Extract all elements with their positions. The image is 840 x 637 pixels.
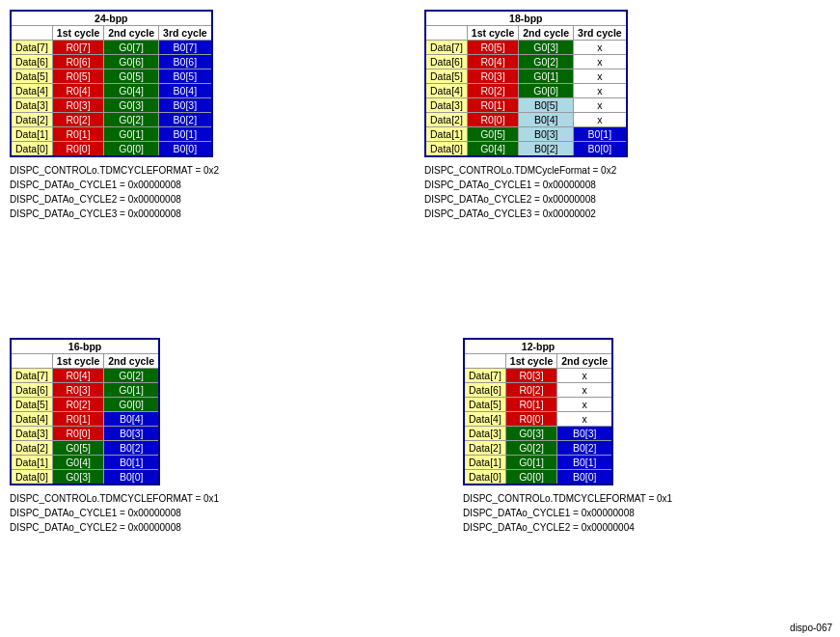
col-3rd-24bpp: 3rd cycle (159, 26, 212, 41)
table-row: Data[7] R0[7] G0[7] B0[7] (11, 41, 212, 55)
table-row: Data[7] R0[3] x (464, 369, 612, 383)
table-row: Data[0] G0[0] B0[0] (464, 470, 612, 485)
table-row: Data[1] G0[1] B0[1] (464, 456, 612, 470)
code-24bpp: DISPC_CONTROLo.TDMCYCLEFORMAT = 0x2 DISP… (10, 163, 219, 221)
table-row: Data[3] R0[0] B0[3] (11, 427, 159, 441)
table-18bpp-title: 18-bpp (425, 11, 627, 26)
table-row: Data[4] R0[2] G0[0] x (425, 84, 627, 98)
table-row: Data[0] G0[3] B0[0] (11, 470, 159, 485)
col-label-24bpp (11, 26, 52, 41)
table-row: Data[6] R0[3] G0[1] (11, 383, 159, 398)
table-16bpp: 16-bpp 1st cycle 2nd cycle Data[7] R0[4]… (10, 338, 160, 485)
table-18bpp: 18-bpp 1st cycle 2nd cycle 3rd cycle Dat… (424, 10, 628, 157)
table-row: Data[1] G0[4] B0[1] (11, 456, 159, 470)
table-row: Data[6] R0[2] x (464, 383, 612, 398)
quadrant-24bpp: 24-bpp 1st cycle 2nd cycle 3rd cycle Dat… (10, 10, 219, 221)
footer-label: dispo-067 (790, 623, 832, 633)
table-row: Data[5] R0[1] x (464, 398, 612, 412)
table-24bpp-title: 24-bpp (11, 11, 212, 26)
table-row: Data[1] G0[5] B0[3] B0[1] (425, 127, 627, 142)
table-row: Data[7] R0[4] G0[2] (11, 369, 159, 383)
page-container: 24-bpp 1st cycle 2nd cycle 3rd cycle Dat… (0, 0, 840, 637)
table-row: Data[2] G0[5] B0[2] (11, 441, 159, 456)
table-row: Data[2] R0[0] B0[4] x (425, 113, 627, 127)
table-12bpp-title: 12-bpp (464, 339, 612, 354)
table-row: Data[1] R0[1] G0[1] B0[1] (11, 127, 212, 142)
quadrant-16bpp: 16-bpp 1st cycle 2nd cycle Data[7] R0[4]… (10, 338, 219, 535)
table-row: Data[6] R0[6] G0[6] B0[6] (11, 55, 212, 69)
table-row: Data[0] G0[4] B0[2] B0[0] (425, 142, 627, 157)
col-2nd-24bpp: 2nd cycle (104, 26, 159, 41)
quadrant-18bpp: 18-bpp 1st cycle 2nd cycle 3rd cycle Dat… (424, 10, 628, 221)
table-row: Data[7] R0[5] G0[3] x (425, 41, 627, 55)
table-row: Data[3] R0[1] B0[5] x (425, 98, 627, 113)
table-row: Data[2] G0[2] B0[2] (464, 441, 612, 456)
table-row: Data[4] R0[0] x (464, 412, 612, 427)
table-row: Data[5] R0[2] G0[0] (11, 398, 159, 412)
table-row: Data[5] R0[3] G0[1] x (425, 69, 627, 84)
table-row: Data[0] R0[0] G0[0] B0[0] (11, 142, 212, 157)
table-row: Data[3] R0[3] G0[3] B0[3] (11, 98, 212, 113)
table-row: Data[5] R0[5] G0[5] B0[5] (11, 69, 212, 84)
quadrant-12bpp: 12-bpp 1st cycle 2nd cycle Data[7] R0[3]… (463, 338, 672, 535)
code-18bpp: DISPC_CONTROLo.TDMCycleFormat = 0x2 DISP… (424, 163, 628, 221)
table-row: Data[4] R0[4] G0[4] B0[4] (11, 84, 212, 98)
table-row: Data[2] R0[2] G0[2] B0[2] (11, 113, 212, 127)
table-row: Data[3] G0[3] B0[3] (464, 427, 612, 441)
code-12bpp: DISPC_CONTROLo.TDMCYCLEFORMAT = 0x1 DISP… (463, 491, 672, 535)
table-row: Data[6] R0[4] G0[2] x (425, 55, 627, 69)
table-12bpp: 12-bpp 1st cycle 2nd cycle Data[7] R0[3]… (463, 338, 613, 485)
table-row: Data[4] R0[1] B0[4] (11, 412, 159, 427)
table-16bpp-title: 16-bpp (11, 339, 159, 354)
table-24bpp: 24-bpp 1st cycle 2nd cycle 3rd cycle Dat… (10, 10, 213, 157)
code-16bpp: DISPC_CONTROLo.TDMCYCLEFORMAT = 0x1 DISP… (10, 491, 219, 535)
col-1st-24bpp: 1st cycle (52, 26, 103, 41)
